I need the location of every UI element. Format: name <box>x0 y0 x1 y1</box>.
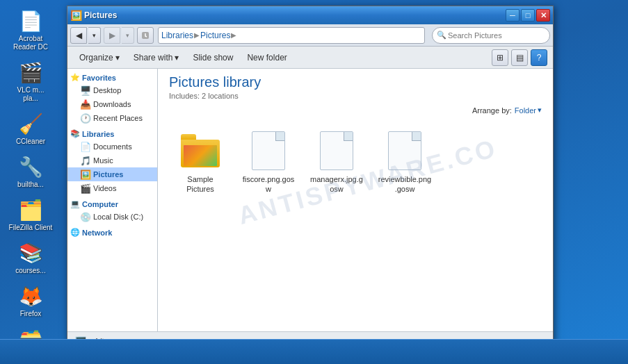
firefox-icon: 🦊 <box>18 283 43 308</box>
vlc-icon: 🎬 <box>18 60 43 85</box>
vlc-label: VLC m...pla... <box>17 86 45 103</box>
search-glass-icon: 🔍 <box>437 31 446 40</box>
maximize-button[interactable]: □ <box>521 9 535 22</box>
file-item-fiscore[interactable]: fiscore.png.gosw <box>237 126 300 199</box>
computer-section: 💻 Computer 💿 Local Disk (C:) <box>67 198 157 224</box>
desktop-icon-vlc[interactable]: 🎬 VLC m...pla... <box>3 57 58 106</box>
libraries-header[interactable]: 📚 Libraries <box>67 128 157 140</box>
file-item-reviewbible[interactable]: reviewbible.png.gosw <box>373 126 436 199</box>
arrange-dropdown-icon: ▾ <box>538 106 542 115</box>
window-title: Pictures <box>84 10 506 20</box>
desktop-nav-label: Desktop <box>93 86 121 94</box>
desktop-icons-area: 📄 AcrobatReader DC 🎬 VLC m...pla... 🧹 CC… <box>0 0 61 339</box>
breadcrumb-sep-1: ▶ <box>194 31 200 39</box>
forward-dropdown[interactable]: ▾ <box>122 27 134 44</box>
file-item-sample-pictures[interactable]: Sample Pictures <box>169 126 232 199</box>
libraries-breadcrumb[interactable]: Libraries <box>161 31 193 40</box>
toolbar: Organize ▾ Share with ▾ Slide show New f… <box>67 47 553 69</box>
search-bar: 🔍 <box>432 27 550 44</box>
nav-item-music[interactable]: 🎵 Music <box>67 154 157 167</box>
reviewbible-icon <box>384 130 426 172</box>
organize-dropdown-icon: ▾ <box>115 53 120 63</box>
explorer-window: 🖼️ Pictures ─ □ ✕ ◀ ▾ ▶ ▾ Libraries ▶ Pi… <box>67 6 554 350</box>
forward-button[interactable]: ▶ <box>104 27 120 44</box>
sample-pictures-icon <box>179 130 221 172</box>
fiscore-icon <box>248 130 289 172</box>
desktop-icon-ccleaner[interactable]: 🧹 CCleaner <box>3 108 58 149</box>
arrange-dropdown[interactable]: Folder ▾ <box>515 106 542 115</box>
recent-locations-button[interactable] <box>137 27 154 44</box>
close-button[interactable]: ✕ <box>536 9 550 22</box>
computer-header[interactable]: 💻 Computer <box>67 198 157 210</box>
libraries-nav-icon: 📚 <box>70 129 80 138</box>
arrange-bar: Arrange by: Folder ▾ <box>169 106 542 115</box>
libraries-section: 📚 Libraries 📄 Documents 🎵 Music 🖼️ Pictu… <box>67 128 157 195</box>
window-icon: 🖼️ <box>70 10 81 21</box>
local-disk-nav-icon: 💿 <box>80 211 91 222</box>
sample-pictures-label: Sample Pictures <box>173 174 227 195</box>
filezilla-icon: 🗂️ <box>18 197 43 222</box>
nav-item-desktop[interactable]: 🖥️ Desktop <box>67 83 157 97</box>
nav-item-documents[interactable]: 📄 Documents <box>67 140 157 154</box>
courses-icon: 📚 <box>18 240 43 265</box>
managerx-icon <box>316 130 357 172</box>
minimize-button[interactable]: ─ <box>506 9 520 22</box>
desktop-icon-courses[interactable]: 📚 courses... <box>3 238 58 278</box>
view-button[interactable]: ⊞ <box>492 49 508 66</box>
address-bar[interactable]: Libraries ▶ Pictures ▶ <box>158 27 425 44</box>
favorites-header[interactable]: ⭐ Favorites <box>67 72 157 83</box>
documents-nav-icon: 📄 <box>80 141 91 152</box>
fiscore-label: fiscore.png.gosw <box>241 174 296 195</box>
window-controls: ─ □ ✕ <box>506 9 550 22</box>
reviewbible-label: reviewbible.png.gosw <box>378 174 432 195</box>
nav-item-recent[interactable]: 🕐 Recent Places <box>67 111 157 125</box>
network-section: 🌐 Network <box>67 226 157 238</box>
preview-button[interactable]: ▤ <box>511 49 528 66</box>
nav-item-videos[interactable]: 🎬 Videos <box>67 181 157 195</box>
new-folder-button[interactable]: New folder <box>241 49 293 67</box>
title-bar: 🖼️ Pictures ─ □ ✕ <box>67 6 553 24</box>
content-panel: Pictures library Includes: 2 locations A… <box>158 69 553 331</box>
desktop-icon-firefox[interactable]: 🦊 Firefox <box>3 281 58 321</box>
favorites-section: ⭐ Favorites 🖥️ Desktop 📥 Downloads 🕐 Rec… <box>67 72 157 125</box>
content-subtitle: Includes: 2 locations <box>169 92 542 100</box>
pictures-nav-icon: 🖼️ <box>80 169 91 180</box>
file-item-managerx[interactable]: managerx.jpg.gosw <box>305 126 368 199</box>
arrange-value: Folder <box>515 106 536 115</box>
documents-nav-label: Documents <box>93 142 132 151</box>
search-input[interactable] <box>448 31 545 40</box>
slide-show-button[interactable]: Slide show <box>186 49 239 67</box>
desktop: 📄 AcrobatReader DC 🎬 VLC m...pla... 🧹 CC… <box>0 0 628 364</box>
file-grid: Sample Pictures fiscore.png.gosw <box>169 120 542 204</box>
desktop-icon-filezilla[interactable]: 🗂️ FileZilla Client <box>3 195 58 235</box>
taskbar <box>0 339 628 364</box>
computer-nav-icon: 💻 <box>70 199 80 208</box>
music-nav-label: Music <box>93 156 113 165</box>
network-nav-icon: 🌐 <box>70 228 80 237</box>
acrobat-label: AcrobatReader DC <box>13 35 48 51</box>
desktop-icon-acrobat[interactable]: 📄 AcrobatReader DC <box>3 6 58 54</box>
videos-nav-label: Videos <box>93 184 116 192</box>
toolbar-right: ⊞ ▤ ? <box>492 49 547 66</box>
buildtha-label: builtha... <box>17 181 44 189</box>
share-with-button[interactable]: Share with ▾ <box>127 49 186 67</box>
videos-nav-icon: 🎬 <box>80 183 91 194</box>
nav-item-pictures[interactable]: 🖼️ Pictures <box>67 167 157 181</box>
desktop-icon-buildtha[interactable]: 🔧 builtha... <box>3 151 58 192</box>
nav-item-downloads[interactable]: 📥 Downloads <box>67 97 157 111</box>
main-area: ⭐ Favorites 🖥️ Desktop 📥 Downloads 🕐 Rec… <box>67 69 553 331</box>
buildtha-icon: 🔧 <box>18 154 43 179</box>
pictures-breadcrumb[interactable]: Pictures <box>200 31 230 40</box>
nav-panel: ⭐ Favorites 🖥️ Desktop 📥 Downloads 🕐 Rec… <box>67 69 158 331</box>
pictures-nav-label: Pictures <box>93 170 123 179</box>
organize-button[interactable]: Organize ▾ <box>73 49 126 67</box>
nav-item-local-disk[interactable]: 💿 Local Disk (C:) <box>67 210 157 224</box>
filezilla-label: FileZilla Client <box>9 224 53 232</box>
back-button[interactable]: ◀ <box>70 27 87 44</box>
help-button[interactable]: ? <box>531 49 547 66</box>
desktop-nav-icon: 🖥️ <box>80 85 91 96</box>
back-dropdown[interactable]: ▾ <box>88 27 101 44</box>
music-nav-icon: 🎵 <box>80 155 91 166</box>
network-header[interactable]: 🌐 Network <box>67 226 157 238</box>
ccleaner-icon: 🧹 <box>18 111 43 136</box>
